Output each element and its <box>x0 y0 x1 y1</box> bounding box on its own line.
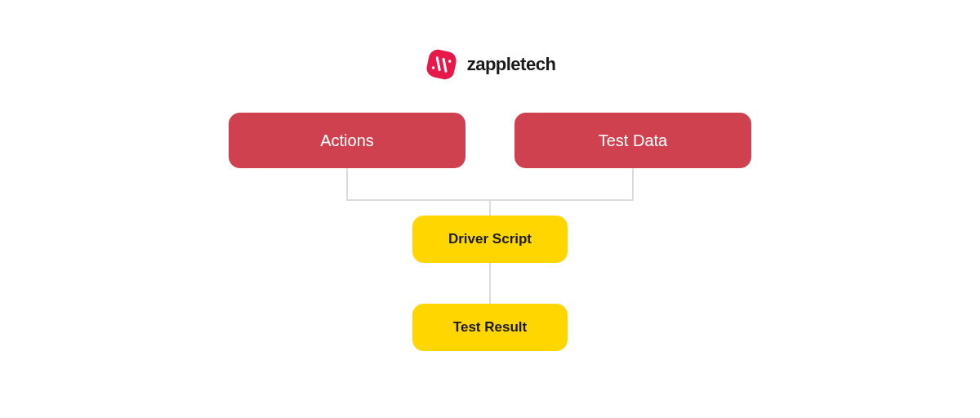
node-driver-script: Driver Script <box>412 216 568 263</box>
brand-name-suffix: tech <box>520 54 555 74</box>
connector-line <box>632 168 634 201</box>
svg-rect-0 <box>425 48 457 81</box>
logo-icon <box>425 47 459 82</box>
node-label: Driver Script <box>448 231 532 247</box>
connector-line <box>489 201 491 216</box>
node-actions: Actions <box>229 113 466 168</box>
connector-line <box>489 263 491 304</box>
node-label: Actions <box>320 131 374 150</box>
brand-name-prefix: zapple <box>467 54 520 74</box>
node-test-result: Test Result <box>412 304 568 351</box>
connector-line <box>346 168 348 201</box>
brand-name: zappletech <box>467 54 556 75</box>
brand-logo: zappletech <box>425 47 556 82</box>
node-test-data: Test Data <box>514 113 751 168</box>
node-label: Test Data <box>599 131 667 150</box>
node-label: Test Result <box>453 319 527 336</box>
